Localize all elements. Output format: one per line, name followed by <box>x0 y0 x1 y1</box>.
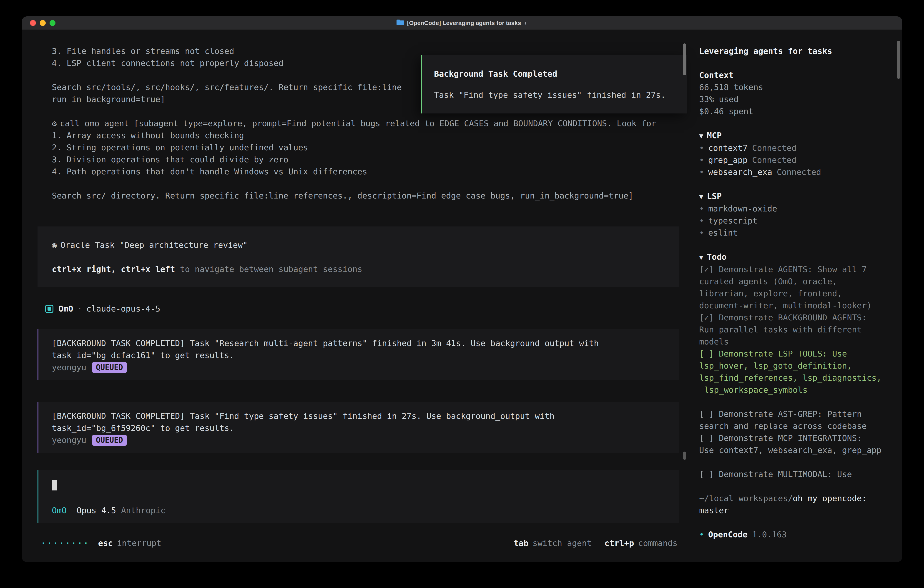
message-line: task_id="bg_dcfac161" to get results. <box>52 349 665 361</box>
mcp-item-status: Connected <box>752 143 797 153</box>
esc-key-hint: esc <box>98 537 113 549</box>
context-used: 33% used <box>699 93 890 105</box>
session-sidebar: Leveraging agents for tasks Context 66,5… <box>693 30 902 562</box>
todo-line: lsp_workspace_symbols <box>699 384 890 396</box>
oracle-task-title-text: Oracle Task "Deep architecture review" <box>61 240 248 249</box>
todo-line: [ ] Demonstrate MULTIMODAL: Use <box>699 468 890 480</box>
minimize-window-button[interactable] <box>40 20 46 26</box>
ctrlp-key-hint: ctrl+p <box>605 538 634 548</box>
spinner-dots-icon: ········ <box>41 537 89 549</box>
spacer <box>699 57 890 69</box>
input-agent-name: OmO <box>52 504 67 516</box>
todo-line: [✓] Demonstrate AGENTS: Show all 7 <box>699 263 890 275</box>
opencode-version: 1.0.163 <box>752 530 787 539</box>
tool-call-line: 3. Division operations that could divide… <box>52 154 679 165</box>
window-title-text: [OpenCode] Leveraging agents for tasks <box>407 20 521 26</box>
hint-text: to navigate between subagent sessions <box>175 264 362 274</box>
status-right: tabswitch agent ctrl+pcommands <box>514 537 678 549</box>
queued-badge: QUEUED <box>92 362 127 373</box>
todo-line: [ ] Demonstrate AST-GREP: Pattern <box>699 408 890 420</box>
background-task-toast: Background Task Completed Task "Find typ… <box>421 55 687 114</box>
mcp-section-heading[interactable]: ▼MCP <box>699 129 890 142</box>
tool-call-line: Search src/ directory. Return specific f… <box>52 190 679 202</box>
session-title: Leveraging agents for tasks <box>699 45 890 57</box>
bullet-icon: • <box>699 530 704 539</box>
background-task-message: [BACKGROUND TASK COMPLETED] Task "Find t… <box>38 402 679 453</box>
tab-key-group: tabswitch agent <box>514 537 592 549</box>
todo-line <box>699 396 890 408</box>
message-author: yeongyu <box>52 361 86 373</box>
spacer <box>699 480 890 492</box>
spacer <box>699 239 890 251</box>
oracle-task-panel[interactable]: ◉Oracle Task "Deep architecture review" … <box>38 226 679 287</box>
tool-call-block: ⚙call_omo_agent [subagent_type=explore, … <box>38 117 679 202</box>
lsp-item: •markdown-oxide <box>699 203 890 215</box>
bullet-icon: • <box>699 204 704 213</box>
tool-call-header: ⚙call_omo_agent [subagent_type=explore, … <box>52 117 679 129</box>
todo-line: [✓] Demonstrate BACKGROUND AGENTS: <box>699 312 890 324</box>
status-left: ········ esc interrupt <box>41 537 162 549</box>
ctrlp-key-label: commands <box>638 538 678 548</box>
hint-keys: ctrl+x right, ctrl+x left <box>52 264 175 274</box>
spacer <box>699 117 890 129</box>
todo-line: curated agents (OmO, oracle, <box>699 275 890 287</box>
toast-title: Background Task Completed <box>434 68 675 80</box>
mcp-item-name: context7 <box>708 143 747 153</box>
agent-name: OmO <box>58 303 73 315</box>
todo-line: document-writer, multimodal-looker) <box>699 299 890 312</box>
close-window-button[interactable] <box>30 20 36 26</box>
scrollbar-thumb[interactable] <box>683 43 686 75</box>
text-cursor <box>52 480 57 491</box>
opencode-version-footer: •OpenCode1.0.163 <box>699 529 890 540</box>
bullet-icon: • <box>699 216 704 225</box>
sidebar-scrollbar-thumb[interactable] <box>897 41 900 79</box>
zoom-window-button[interactable] <box>50 20 56 26</box>
window-title: [OpenCode] Leveraging agents for tasks ◐ <box>396 19 528 27</box>
chat-transcript[interactable]: 3. File handles or streams not closed 4.… <box>22 30 693 562</box>
toast-body: Task "Find type safety issues" finished … <box>434 89 675 101</box>
lsp-section-heading[interactable]: ▼LSP <box>699 190 890 203</box>
session-progress-icon: ◐ <box>524 20 528 26</box>
message-meta: yeongyu QUEUED <box>52 434 665 446</box>
prompt-input-line[interactable] <box>52 479 665 491</box>
oracle-task-title: ◉Oracle Task "Deep architecture review" <box>52 239 665 251</box>
todo-line: search and replace across codebase <box>699 420 890 432</box>
background-task-message: [BACKGROUND TASK COMPLETED] Task "Resear… <box>38 329 679 380</box>
tab-key-hint: tab <box>514 538 528 548</box>
message-meta: yeongyu QUEUED <box>52 361 665 373</box>
chevron-down-icon: ▼ <box>699 132 703 140</box>
agent-checkbox-icon <box>45 305 53 313</box>
lsp-item-name: typescript <box>708 216 757 225</box>
todo-line <box>699 456 890 468</box>
input-model-name: Opus 4.5 <box>77 504 116 516</box>
todo-line: Run parallel tasks with different <box>699 324 890 335</box>
scrollbar-thumb[interactable] <box>683 452 686 460</box>
chevron-down-icon: ▼ <box>699 253 703 261</box>
esc-key-label: interrupt <box>117 537 161 549</box>
separator-dot: · <box>77 303 82 315</box>
todo-section-heading[interactable]: ▼Todo <box>699 251 890 263</box>
message-line: task_id="bg_6f59260c" to get results. <box>52 422 665 434</box>
lsp-item: •typescript <box>699 215 890 227</box>
window-titlebar[interactable]: [OpenCode] Leveraging agents for tasks ◐ <box>22 17 902 30</box>
status-bar: ········ esc interrupt tabswitch agent c… <box>22 528 693 562</box>
terminal-window: [OpenCode] Leveraging agents for tasks ◐… <box>22 17 902 562</box>
mcp-item-status: Connected <box>752 155 797 165</box>
todo-line: [ ] Demonstrate LSP TOOLS: Use <box>699 348 890 360</box>
bullet-icon: • <box>699 228 704 237</box>
tool-call-line: 1. Array access without bounds checking <box>52 129 679 141</box>
folder-icon <box>396 19 404 27</box>
mcp-item: •websearch_exaConnected <box>699 166 890 178</box>
bullet-icon: • <box>699 155 704 165</box>
chevron-down-icon: ▼ <box>699 193 703 201</box>
lsp-item: •eslint <box>699 227 890 239</box>
message-line: [BACKGROUND TASK COMPLETED] Task "Resear… <box>52 337 665 349</box>
mcp-item-name: websearch_exa <box>708 167 772 177</box>
agent-header: OmO · claude-opus-4-5 <box>45 303 679 315</box>
todo-line: Use context7, websearch_exa, grep_app <box>699 444 890 456</box>
tool-call-line <box>52 178 679 190</box>
context-spent: $0.46 spent <box>699 105 890 117</box>
opencode-brand: OpenCode <box>708 530 747 539</box>
prompt-input[interactable]: OmO Opus 4.5 Anthropic <box>38 470 679 523</box>
input-model-row: OmO Opus 4.5 Anthropic <box>52 504 665 516</box>
